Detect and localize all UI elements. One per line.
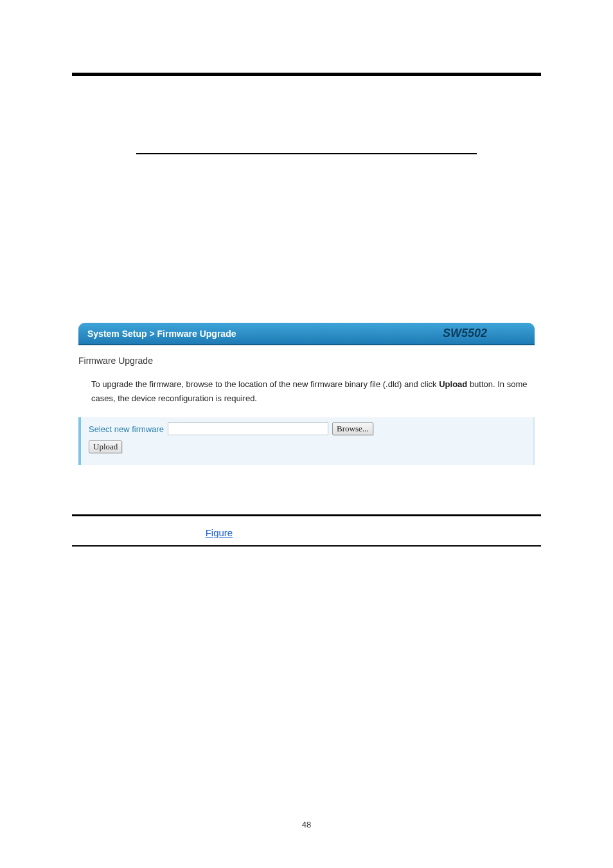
top-rule [72, 73, 541, 76]
subsection-steps: Follow the following steps [72, 190, 541, 201]
subsection-heading: 4.8.6.1 Upgrade Procedures [72, 167, 541, 178]
section-underline [136, 153, 477, 154]
paragraph-warning: The new firmware will be loaded to your … [72, 256, 541, 291]
divider-thick [72, 514, 541, 516]
upload-panel: Select new firmware Browse... Upload [78, 417, 535, 465]
upload-button[interactable]: Upload [89, 440, 122, 453]
backup-tail: . [233, 527, 235, 538]
file-label: Select new firmware [89, 424, 164, 434]
page-number: 48 [0, 820, 613, 829]
breadcrumb: System Setup > Firmware Upgrade [87, 329, 236, 339]
upload-row: Upload [89, 440, 526, 453]
screenshot-header: System Setup > Firmware Upgrade SW5502 [78, 323, 535, 345]
backup-section-line: 4.8.7 Backup / Restore Setting Figure. [72, 524, 541, 541]
figure-xref-link[interactable]: Figure [206, 527, 233, 538]
divider-thin [72, 545, 541, 547]
embedded-screenshot: System Setup > Firmware Upgrade SW5502 F… [72, 323, 541, 465]
figure-caption: Figure 4.43 [72, 491, 541, 502]
screenshot-instruction: To upgrade the firmware, browse to the l… [91, 377, 528, 406]
section-title: 4.8.6 Firmware Upgrade [72, 136, 541, 150]
firmware-file-input[interactable] [168, 422, 328, 435]
para-text-b: button to find and choose the new firmwa… [169, 217, 510, 228]
instr-text-a: To upgrade the firmware, browse to the l… [91, 379, 439, 389]
backup-text: Backup / Restore Setting [96, 527, 206, 538]
file-row: Select new firmware Browse... [89, 422, 526, 435]
para-bold-upload: "Upload". [72, 234, 116, 245]
section-number: 4.8 System Setup [72, 102, 541, 116]
para-bold-browse: "Browse" [125, 217, 169, 228]
document-page: 4.8 System Setup 4.8.6 Firmware Upgrade … [0, 0, 613, 547]
browse-button[interactable]: Browse... [332, 422, 373, 435]
instr-bold: Upload [439, 379, 467, 389]
screenshot-subtitle: Firmware Upgrade [78, 356, 535, 366]
paragraph-instruction: Click on the "Browse" button to find and… [72, 213, 541, 248]
backup-number: 4.8.7 [72, 527, 93, 538]
screenshot-body: Firmware Upgrade To upgrade the firmware… [78, 345, 535, 465]
para-text-a: Click on the [72, 217, 125, 228]
device-model: SW5502 [443, 327, 526, 340]
